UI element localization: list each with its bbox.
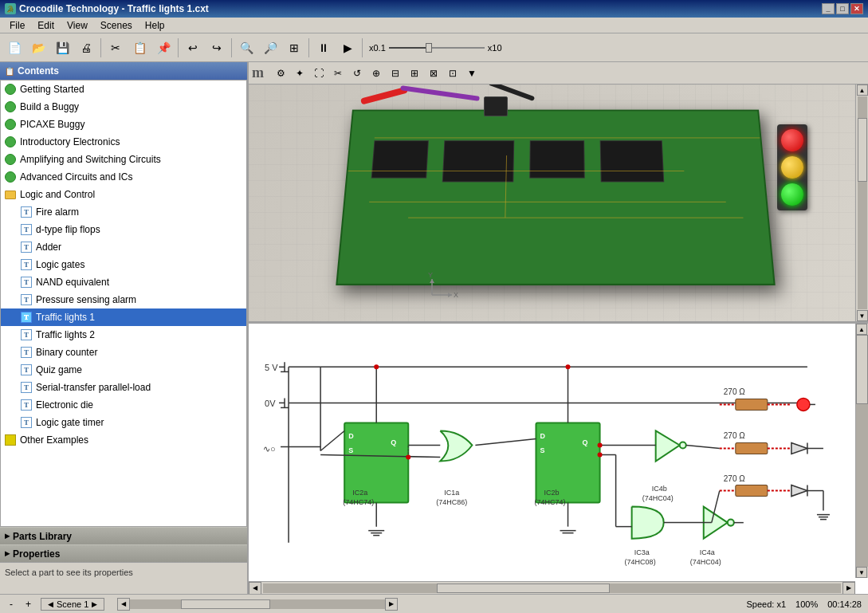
scene-minus[interactable]: - [6,599,16,610]
view-toolbar-left: m [252,65,270,81]
tree-item-logic-gates[interactable]: T Logic gates [1,256,246,273]
schematic-vscroll[interactable]: ▲ ▼ [855,324,868,578]
tree-item-traffic-lights-2[interactable]: T Traffic lights 2 [1,326,246,344]
fire-alarm-label: Fire alarm [36,206,79,218]
tree-item-logic-control[interactable]: Logic and Control [1,186,246,203]
statusbar-right: Speed: x1 100% 00:14:28 [746,599,862,609]
schematic-scroll-up[interactable]: ▲ [856,324,867,335]
tree-item-getting-started[interactable]: Getting Started [1,81,246,98]
tree-item-adder[interactable]: T Adder [1,238,246,256]
view-btn-6[interactable]: ⊕ [367,65,385,82]
menubar: File Edit View Scenes Help [0,18,868,33]
pcb-ic-2 [442,140,514,182]
svg-text:(74HC74): (74HC74) [343,498,374,506]
intro-icon [4,136,17,148]
hscroll-right[interactable]: ▶ [842,582,855,595]
view-btn-4[interactable]: ✂ [329,65,347,82]
view-btn-2[interactable]: ✦ [291,65,308,82]
menu-view[interactable]: View [61,18,94,33]
tree-item-quiz[interactable]: T Quiz game [1,361,246,379]
other-icon [4,434,17,446]
tree-item-fire-alarm[interactable]: T Fire alarm [1,203,246,221]
scene-tab-1[interactable]: ◀ Scene 1 ▶ [41,598,104,611]
schematic-scroll-down[interactable]: ▼ [856,567,867,578]
minimize-button[interactable]: _ [822,3,835,14]
redo-button[interactable]: ↪ [206,37,228,59]
view-btn-7[interactable]: ⊟ [387,65,404,82]
scroll-down-btn[interactable]: ▼ [857,310,868,321]
view-dropdown[interactable]: ▼ [463,65,481,82]
pause-button[interactable]: ⏸ [312,37,335,59]
tree-item-nand[interactable]: T NAND equivalent [1,273,246,291]
scroll-track [858,96,867,309]
tree-item-advanced[interactable]: Advanced Circuits and ICs [1,168,246,186]
view-btn-9[interactable]: ⊠ [425,65,442,82]
menu-scenes[interactable]: Scenes [94,18,139,33]
bottom-scroll-left[interactable]: ◀ [117,598,130,611]
zoom-in-button[interactable]: 🔍 [235,37,257,59]
view-btn-5[interactable]: ↺ [348,65,366,82]
bottom-thumb[interactable] [181,599,270,609]
view-btn-3[interactable]: ⛶ [310,65,328,82]
schematic-hscroll[interactable]: ◀ ▶ [249,581,855,594]
3d-scrollbar[interactable]: ▲ ▼ [855,84,868,321]
tree-item-amplifying[interactable]: Amplifying and Switching Circuits [1,151,246,168]
tree-item-traffic-lights-1[interactable]: T Traffic lights 1 [1,308,246,326]
paste-button[interactable]: 📌 [152,37,175,59]
scroll-thumb[interactable] [858,118,867,182]
view-mode-icon: m [252,65,264,81]
hscroll-left[interactable]: ◀ [249,582,261,595]
window-controls[interactable]: _ □ ✕ [822,3,863,14]
scroll-up-btn[interactable]: ▲ [857,84,868,96]
view-btn-8[interactable]: ⊞ [406,65,423,82]
cut-button[interactable]: ✂ [104,37,127,59]
hscroll-thumb[interactable] [437,584,611,593]
maximize-button[interactable]: □ [836,3,849,14]
menu-help[interactable]: Help [139,18,171,33]
undo-button[interactable]: ↩ [182,37,204,59]
tree-item-picaxe[interactable]: PICAXE Buggy [1,116,246,133]
copy-button[interactable]: 📋 [128,37,151,59]
tree-item-other[interactable]: Other Examples [1,431,246,449]
tree-item-edie[interactable]: T Electronic die [1,396,246,414]
speed-thumb[interactable] [426,43,432,53]
bottom-scroll-right[interactable]: ▶ [385,598,398,611]
fire-alarm-icon: T [20,206,33,218]
menu-edit[interactable]: Edit [31,18,61,33]
tree-item-serial[interactable]: T Serial-transfer parallel-load [1,379,246,396]
view-btn-1[interactable]: ⚙ [272,65,289,82]
zoom-out-button[interactable]: 🔎 [259,37,281,59]
tree-item-intro[interactable]: Introductory Electronics [1,133,246,151]
menu-file[interactable]: File [3,18,31,33]
close-button[interactable]: ✕ [850,3,863,14]
scene-plus[interactable]: + [22,599,34,610]
contents-tree[interactable]: Getting Started Build a Buggy PICAXE Bug… [0,80,247,527]
zoom-fit-button[interactable]: ⊞ [283,37,305,59]
parts-library-label: Parts Library [13,531,72,542]
properties-section[interactable]: ▶ Properties [0,544,247,562]
tree-item-dtype[interactable]: T d-type flip flops [1,221,246,238]
pcb-ic-4 [600,140,665,182]
svg-text:270 Ω: 270 Ω [724,387,745,396]
adder-icon: T [20,241,33,253]
lgtimer-icon: T [20,416,33,429]
speed-slider-container[interactable] [389,41,485,54]
svg-rect-51 [736,485,768,497]
serial-icon: T [20,381,33,394]
tree-item-build-buggy[interactable]: Build a Buggy [1,98,246,116]
hscroll-track [263,584,841,593]
scene-nav-left[interactable]: ◀ [48,600,53,608]
play-button[interactable]: ▶ [336,37,359,59]
tree-item-lgtimer[interactable]: T Logic gate timer [1,414,246,431]
tree-item-pressure[interactable]: T Pressure sensing alarm [1,291,246,308]
schematic-vthumb[interactable] [856,335,868,404]
open-button[interactable]: 📂 [27,37,49,59]
scene-nav-right[interactable]: ▶ [92,600,97,608]
view-btn-10[interactable]: ⊡ [444,65,461,82]
amplifying-icon [4,153,17,166]
save-button[interactable]: 💾 [51,37,73,59]
new-button[interactable]: 📄 [3,37,26,59]
print-button[interactable]: 🖨 [75,37,97,59]
parts-library-section[interactable]: ▶ Parts Library [0,527,247,544]
tree-item-binary-counter[interactable]: T Binary counter [1,344,246,361]
